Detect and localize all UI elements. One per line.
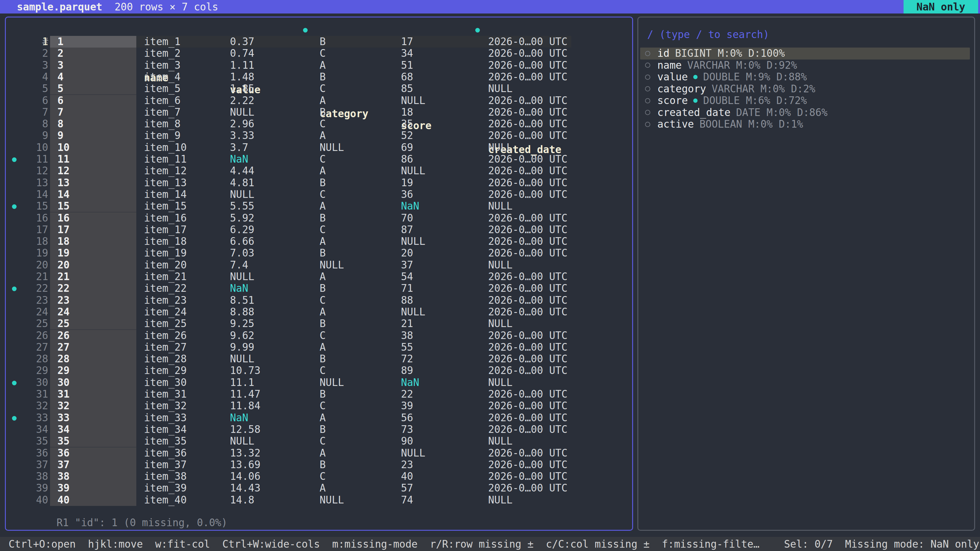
table-row[interactable]: 22item_20.74C342026-0…00 UTC — [6, 48, 632, 59]
table-row[interactable]: 3838item_3814.06C402026-0…00 UTC — [6, 471, 632, 482]
cell-score[interactable]: 85 — [401, 83, 413, 94]
table-row[interactable]: 3030item_3011.1NULLNaNNULL — [6, 377, 632, 388]
cell-created-date[interactable]: NULL — [488, 83, 512, 94]
table-row[interactable]: 2121item_21NULLA542026-0…00 UTC — [6, 271, 632, 283]
cell-score[interactable]: NULL — [401, 447, 425, 459]
cell-created-date[interactable]: NULL — [488, 494, 512, 506]
cell-category[interactable]: C — [320, 295, 326, 306]
cell-score[interactable]: NaN — [401, 200, 419, 212]
cell-category[interactable]: C — [320, 83, 326, 94]
cell-id[interactable]: 38 — [50, 471, 136, 482]
table-row[interactable]: 1919item_197.03B202026-0…00 UTC — [6, 247, 632, 259]
schema-item-value[interactable]: valueDOUBLE M:9% D:88% — [638, 71, 974, 83]
cell-created-date[interactable]: 2026-0…00 UTC — [488, 353, 567, 365]
cell-created-date[interactable]: NULL — [488, 318, 512, 329]
cell-score[interactable]: NULL — [401, 236, 425, 247]
cell-score[interactable]: 21 — [401, 318, 413, 329]
table-row[interactable]: 55item_51.85C85NULL — [6, 83, 632, 94]
cell-score[interactable]: NULL — [401, 95, 425, 106]
cell-created-date[interactable]: 2026-0…00 UTC — [488, 212, 567, 224]
cell-score[interactable]: 74 — [401, 494, 413, 506]
cell-id[interactable]: 24 — [50, 306, 136, 318]
cell-value[interactable]: 1.48 — [230, 71, 254, 83]
search-input[interactable]: / (type / to search) — [647, 29, 769, 40]
schema-item-name[interactable]: nameVARCHAR M:0% D:92% — [638, 60, 974, 71]
cell-name[interactable]: item_39 — [144, 482, 187, 494]
cell-created-date[interactable]: 2026-0…00 UTC — [488, 306, 567, 318]
table-row[interactable]: 4040item_4014.8NULL74NULL — [6, 494, 632, 506]
table-row[interactable]: 2626item_269.62C382026-0…00 UTC — [6, 330, 632, 341]
table-row[interactable]: 77item_7NULLB182026-0…00 UTC — [6, 106, 632, 118]
table-row[interactable]: 3434item_3412.58B732026-0…00 UTC — [6, 424, 632, 435]
table-row[interactable]: 1515item_155.55ANaNNULL — [6, 200, 632, 212]
cell-score[interactable]: 39 — [401, 400, 413, 412]
cell-value[interactable]: NULL — [230, 435, 254, 447]
column-select-circle-icon[interactable] — [645, 63, 650, 68]
cell-category[interactable]: B — [320, 283, 326, 294]
schema-item-id[interactable]: idBIGINT M:0% D:100% — [640, 48, 970, 60]
cell-category[interactable]: A — [320, 130, 326, 141]
cell-created-date[interactable]: NULL — [488, 377, 512, 388]
cell-created-date[interactable]: 2026-0…00 UTC — [488, 106, 567, 118]
cell-score[interactable]: 55 — [401, 341, 413, 353]
cell-created-date[interactable]: 2026-0…00 UTC — [488, 236, 567, 247]
cell-score[interactable]: 70 — [401, 212, 413, 224]
cell-id[interactable]: 1 — [50, 36, 136, 48]
cell-value[interactable]: 7.03 — [230, 247, 254, 259]
cell-score[interactable]: 87 — [401, 224, 413, 236]
cell-id[interactable]: 36 — [50, 447, 136, 459]
cell-name[interactable]: item_35 — [144, 435, 187, 447]
cell-category[interactable]: C — [320, 400, 326, 412]
table-row[interactable]: 44item_41.48B682026-0…00 UTC — [6, 71, 632, 83]
table-row[interactable]: 3535item_35NULLC90NULL — [6, 435, 632, 447]
cell-id[interactable]: 15 — [50, 200, 136, 212]
column-select-circle-icon[interactable] — [645, 110, 650, 115]
table-row[interactable]: 88item_82.96C352026-0…00 UTC — [6, 118, 632, 130]
table-row[interactable]: 2222item_22NaNB712026-0…00 UTC — [6, 283, 632, 294]
cell-name[interactable]: item_12 — [144, 165, 187, 177]
cell-id[interactable]: 27 — [50, 341, 136, 353]
table-row[interactable]: 3636item_3613.32ANULL2026-0…00 UTC — [6, 447, 632, 459]
cell-id[interactable]: 28 — [50, 353, 136, 365]
cell-created-date[interactable]: 2026-0…00 UTC — [488, 341, 567, 353]
cell-name[interactable]: item_15 — [144, 200, 187, 212]
cell-category[interactable]: A — [320, 165, 326, 177]
cell-value[interactable]: 13.69 — [230, 459, 260, 471]
table-row[interactable]: 99item_93.33A522026-0…00 UTC — [6, 130, 632, 141]
schema-item-score[interactable]: scoreDOUBLE M:6% D:72% — [638, 95, 974, 107]
cell-id[interactable]: 6 — [50, 95, 136, 106]
cell-score[interactable]: 51 — [401, 60, 413, 71]
cell-created-date[interactable]: 2026-0…00 UTC — [488, 247, 567, 259]
cell-score[interactable]: NULL — [401, 306, 425, 318]
cell-value[interactable]: 2.22 — [230, 95, 254, 106]
cell-name[interactable]: item_19 — [144, 247, 187, 259]
cell-category[interactable]: NULL — [320, 142, 344, 153]
cell-created-date[interactable]: 2026-0…00 UTC — [488, 283, 567, 294]
cell-created-date[interactable]: 2026-0…00 UTC — [488, 400, 567, 412]
cell-created-date[interactable]: 2026-0…00 UTC — [488, 388, 567, 400]
cell-created-date[interactable]: NULL — [488, 200, 512, 212]
cell-created-date[interactable]: 2026-0…00 UTC — [488, 130, 567, 141]
table-row[interactable]: 2020item_207.4NULL37NULL — [6, 259, 632, 271]
cell-id[interactable]: 32 — [50, 400, 136, 412]
table-row[interactable]: 1010item_103.7NULL69NULL — [6, 142, 632, 153]
cell-created-date[interactable]: NULL — [488, 435, 512, 447]
table-row[interactable]: 3232item_3211.84C392026-0…00 UTC — [6, 400, 632, 412]
cell-category[interactable]: B — [320, 106, 326, 118]
cell-category[interactable]: B — [320, 71, 326, 83]
cell-score[interactable]: 23 — [401, 459, 413, 471]
cell-value[interactable]: 12.58 — [230, 424, 260, 435]
cell-name[interactable]: item_34 — [144, 424, 187, 435]
cell-score[interactable]: 71 — [401, 283, 413, 294]
cell-score[interactable]: 90 — [401, 435, 413, 447]
table-row[interactable]: 2323item_238.51C882026-0…00 UTC — [6, 295, 632, 306]
cell-category[interactable]: A — [320, 447, 326, 459]
cell-id[interactable]: 2 — [50, 48, 136, 59]
cell-name[interactable]: item_13 — [144, 177, 187, 189]
cell-id[interactable]: 18 — [50, 236, 136, 247]
cell-created-date[interactable]: 2026-0…00 UTC — [488, 295, 567, 306]
cell-name[interactable]: item_20 — [144, 259, 187, 271]
cell-id[interactable]: 17 — [50, 224, 136, 236]
cell-value[interactable]: NULL — [230, 353, 254, 365]
cell-value[interactable]: 6.66 — [230, 236, 254, 247]
